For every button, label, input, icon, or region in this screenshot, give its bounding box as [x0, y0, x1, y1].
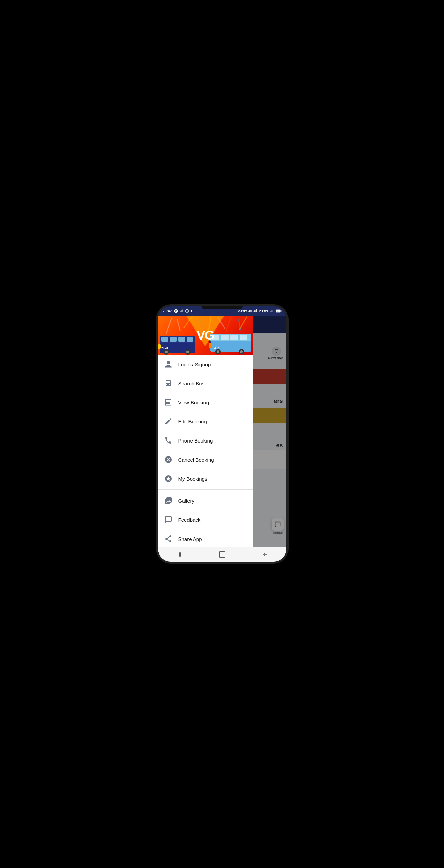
banner: VG [158, 316, 253, 355]
signal-bars-1 [253, 309, 258, 314]
svg-rect-21 [221, 335, 229, 340]
bus-icon [163, 378, 174, 388]
nav-home-icon [219, 551, 225, 558]
svg-rect-2 [281, 310, 281, 312]
svg-text:VG: VG [197, 328, 214, 342]
svg-rect-11 [187, 337, 193, 342]
signal-bars-2 [270, 309, 275, 314]
signal-status-icon [180, 309, 184, 314]
nav-recents-button[interactable] [172, 548, 186, 561]
svg-rect-16 [158, 344, 161, 349]
svg-text:VIRAT: VIRAT [214, 347, 221, 349]
nav-bar [158, 547, 286, 562]
menu-item-feedback[interactable]: Feedback [158, 510, 253, 529]
login-signup-label: Login / Signup [178, 361, 211, 367]
menu-item-gallery[interactable]: Gallery [158, 491, 253, 510]
screen: Next day DELINES S ers avels App es [158, 316, 286, 562]
menu-divider [158, 489, 253, 490]
svg-text:VIRAT: VIRAT [161, 347, 168, 349]
message-status-icon [174, 309, 178, 314]
nav-back-button[interactable] [258, 548, 272, 561]
cancel-icon [163, 454, 174, 465]
svg-point-27 [240, 350, 243, 353]
gallery-icon [163, 496, 174, 506]
nav-back-icon [262, 552, 268, 557]
dot-status: • [191, 308, 192, 314]
menu-list: Login / Signup Search Bus View Booking [158, 355, 253, 562]
svg-rect-8 [161, 337, 168, 342]
status-left: 20:47 • [163, 308, 192, 314]
svg-rect-23 [240, 335, 247, 340]
svg-rect-9 [170, 337, 177, 342]
feedback-icon [163, 515, 174, 525]
svg-point-15 [186, 351, 189, 353]
bus-right: VIRAT [209, 330, 253, 355]
cancel-booking-label: Cancel Booking [178, 457, 214, 463]
bus-left: VIRAT [158, 331, 199, 355]
banner-logo: VG [196, 325, 214, 344]
my-bookings-label: My Bookings [178, 476, 208, 482]
svg-rect-22 [230, 335, 238, 340]
feedback-label: Feedback [178, 517, 201, 523]
nav-recents-icon [178, 552, 181, 557]
menu-item-share-app[interactable]: Share App [158, 529, 253, 548]
svg-point-0 [174, 309, 178, 313]
view-booking-label: View Booking [178, 400, 209, 405]
menu-item-search-bus[interactable]: Search Bus [158, 374, 253, 393]
menu-item-view-booking[interactable]: View Booking [158, 393, 253, 412]
status-right: VoLTE1 4G VoLTE2 [238, 309, 282, 314]
phone-booking-label: Phone Booking [178, 438, 213, 444]
volte1-label: VoLTE1 [238, 310, 248, 313]
lte-label: 4G [248, 310, 252, 313]
menu-item-cancel-booking[interactable]: Cancel Booking [158, 450, 253, 469]
gallery-label: Gallery [178, 498, 195, 504]
edit-icon [163, 416, 174, 427]
menu-item-my-bookings[interactable]: My Bookings [158, 469, 253, 488]
edit-booking-label: Edit Booking [178, 419, 207, 424]
status-time: 20:47 [163, 309, 172, 313]
svg-point-13 [165, 351, 168, 353]
menu-item-login-signup[interactable]: Login / Signup [158, 355, 253, 374]
volte2-label: VoLTE2 [259, 310, 269, 313]
search-bus-label: Search Bus [178, 381, 205, 386]
nav-home-button[interactable] [215, 548, 229, 561]
star-icon [163, 473, 174, 484]
vpn-status-icon [185, 309, 189, 314]
menu-item-edit-booking[interactable]: Edit Booking [158, 412, 253, 431]
navigation-drawer: VG [158, 316, 253, 562]
phone-icon [163, 435, 174, 446]
person-icon [163, 359, 174, 369]
svg-rect-10 [178, 337, 185, 342]
menu-item-phone-booking[interactable]: Phone Booking [158, 431, 253, 450]
notch [202, 306, 243, 309]
battery-icon [276, 309, 282, 314]
share-app-label: Share App [178, 536, 202, 542]
receipt-icon [163, 397, 174, 407]
svg-point-25 [217, 350, 219, 353]
phone-frame: 20:47 • VoLTE1 4G VoLTE2 [156, 304, 289, 564]
share-icon [163, 534, 174, 544]
